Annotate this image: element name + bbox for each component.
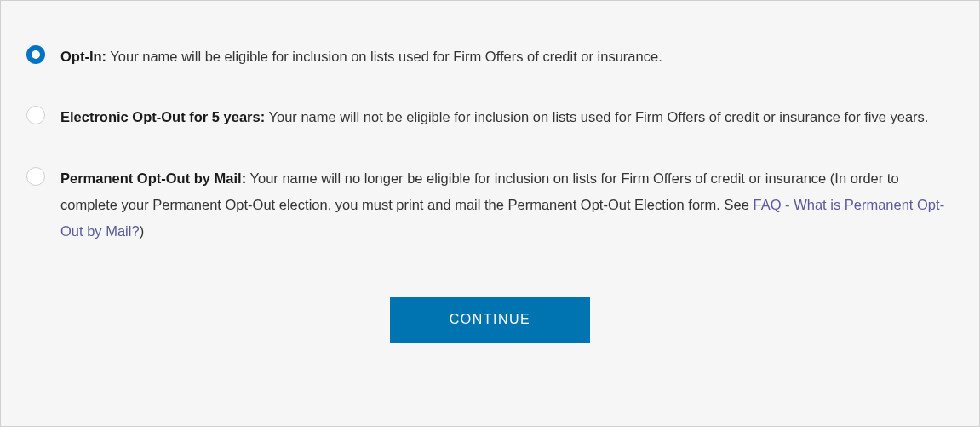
option-title-opt-out-permanent: Permanent Opt-Out by Mail:: [60, 170, 246, 186]
opt-form-panel: Opt-In: Your name will be eligible for i…: [0, 0, 980, 427]
radio-opt-out-permanent[interactable]: [26, 167, 45, 186]
option-opt-out-5yr: Electronic Opt-Out for 5 years: Your nam…: [26, 104, 954, 130]
option-title-opt-in: Opt-In:: [60, 49, 106, 64]
radio-wrap-opt-in: [26, 45, 47, 66]
option-title-opt-out-5yr: Electronic Opt-Out for 5 years:: [60, 109, 265, 124]
option-opt-in: Opt-In: Your name will be eligible for i…: [26, 43, 954, 70]
option-text-opt-in: Opt-In: Your name will be eligible for i…: [60, 43, 954, 70]
radio-opt-out-5yr[interactable]: [26, 106, 45, 124]
option-desc-suffix-opt-out-permanent: ): [140, 223, 145, 239]
radio-opt-in[interactable]: [26, 45, 45, 64]
continue-button[interactable]: CONTINUE: [390, 297, 591, 343]
option-desc-opt-in: Your name will be eligible for inclusion…: [106, 49, 662, 64]
radio-wrap-opt-out-5yr: [26, 106, 47, 126]
button-row: CONTINUE: [26, 297, 954, 343]
radio-wrap-opt-out-permanent: [26, 167, 47, 188]
option-opt-out-permanent: Permanent Opt-Out by Mail: Your name wil…: [26, 165, 954, 245]
option-desc-opt-out-5yr: Your name will not be eligible for inclu…: [265, 109, 928, 124]
option-text-opt-out-permanent: Permanent Opt-Out by Mail: Your name wil…: [60, 165, 954, 245]
option-text-opt-out-5yr: Electronic Opt-Out for 5 years: Your nam…: [60, 104, 954, 130]
